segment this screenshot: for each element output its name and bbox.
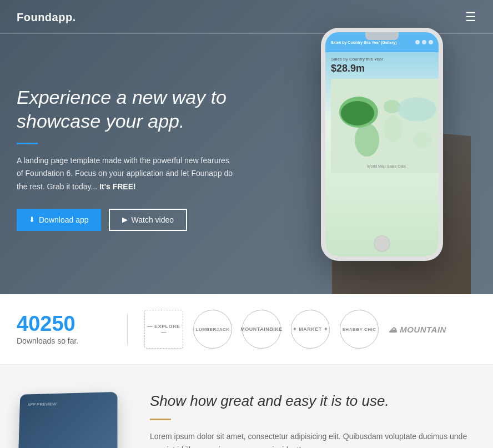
hero-title: Experience a new way to showcase your ap… (17, 85, 233, 133)
svg-point-6 (412, 132, 432, 148)
brand-mountainbike-label: MOUNTAINBIKE (240, 326, 282, 332)
phone-screen-title: Sales by Country this Year (Gallery) (331, 41, 397, 44)
play-icon: ▶ (122, 215, 128, 224)
hero-accent-divider (17, 143, 38, 144)
phone-stat-amount: $28.9m (331, 63, 433, 74)
brand-explore-label: — EXPLORE — (145, 324, 183, 335)
brands-row: — EXPLORE — LUMBERJACK MOUNTAINBIKE ✦ MA… (128, 310, 476, 349)
phone-stat-label: Sales by Country this Year (331, 57, 433, 62)
hamburger-menu-icon[interactable]: ☰ (465, 10, 476, 24)
features-description: Lorem ipsum dolor sit amet, consectetur … (150, 430, 476, 448)
hero-desc-bold: It's FREE! (99, 182, 136, 191)
downloads-count: 40250 (17, 313, 110, 334)
features-title: Show how great and easy it is to use. (150, 392, 476, 410)
features-device-area: APP PREVIEW (17, 392, 128, 448)
brand-logo: Foundapp. (17, 11, 76, 24)
features-accent-divider (150, 419, 171, 420)
svg-point-4 (384, 115, 403, 143)
brand-mountain: ⛰ Mountain (389, 325, 446, 334)
brand-lumberjack-label: LUMBERJACK (196, 327, 230, 332)
brand-market-label: ✦ MARKET ✦ (293, 326, 329, 332)
phone-home-button (374, 235, 390, 252)
watch-video-button[interactable]: ▶ Watch video (109, 209, 188, 231)
brand-name-light: Found (17, 11, 52, 23)
svg-point-5 (398, 97, 436, 122)
stats-bar: 40250 Downloads so far. — EXPLORE — LUMB… (0, 294, 493, 365)
phone-mockup: Sales by Country this Year (Gallery) Sal… (304, 28, 460, 283)
brand-lumberjack: LUMBERJACK (193, 310, 232, 349)
stats-left: 40250 Downloads so far. (17, 313, 128, 345)
features-section: APP PREVIEW Show how great and easy it i… (0, 365, 493, 448)
features-content: Show how great and easy it is to use. Lo… (150, 392, 476, 448)
download-app-label: Download app (39, 215, 89, 224)
download-icon: ⬇ (29, 215, 35, 224)
hero-section: Foundapp. ☰ Experience a new way to show… (0, 0, 493, 294)
phone-screen-body: Sales by Country this Year $28.9m (325, 52, 439, 194)
brand-market: ✦ MARKET ✦ (291, 310, 330, 349)
brand-name-bold: app. (52, 11, 76, 23)
phone-screen-icons (415, 40, 433, 44)
navbar: Foundapp. ☰ (0, 0, 493, 34)
svg-text:World Map Sales Data: World Map Sales Data (367, 164, 406, 169)
brand-mountainbike: MOUNTAINBIKE (242, 310, 281, 349)
downloads-label: Downloads so far. (17, 336, 110, 345)
download-app-button[interactable]: ⬇ Download app (17, 209, 101, 231)
brand-mountain-label: ⛰ Mountain (389, 325, 446, 334)
watch-video-label: Watch video (132, 215, 174, 224)
hero-content: Experience a new way to showcase your ap… (0, 85, 250, 230)
hero-buttons: ⬇ Download app ▶ Watch video (17, 209, 233, 231)
hero-description: A landing page template made with the po… (17, 154, 233, 193)
svg-point-7 (341, 101, 374, 125)
phone-screen: Sales by Country this Year (Gallery) Sal… (325, 32, 439, 256)
phone-map: World Map Sales Data (331, 79, 433, 190)
svg-point-2 (355, 123, 379, 157)
brand-shabbychic: SHABBY CHIC (340, 310, 379, 349)
phone-outer-frame: Sales by Country this Year (Gallery) Sal… (321, 28, 443, 261)
brand-shabbychic-label: SHABBY CHIC (343, 327, 376, 332)
brand-explore: — EXPLORE — (144, 310, 183, 349)
phone-icon-dot-1 (415, 40, 420, 44)
phone-icon-dot-3 (429, 40, 433, 44)
features-device-mockup: APP PREVIEW (18, 392, 118, 448)
phone-icon-dot-2 (422, 40, 426, 44)
